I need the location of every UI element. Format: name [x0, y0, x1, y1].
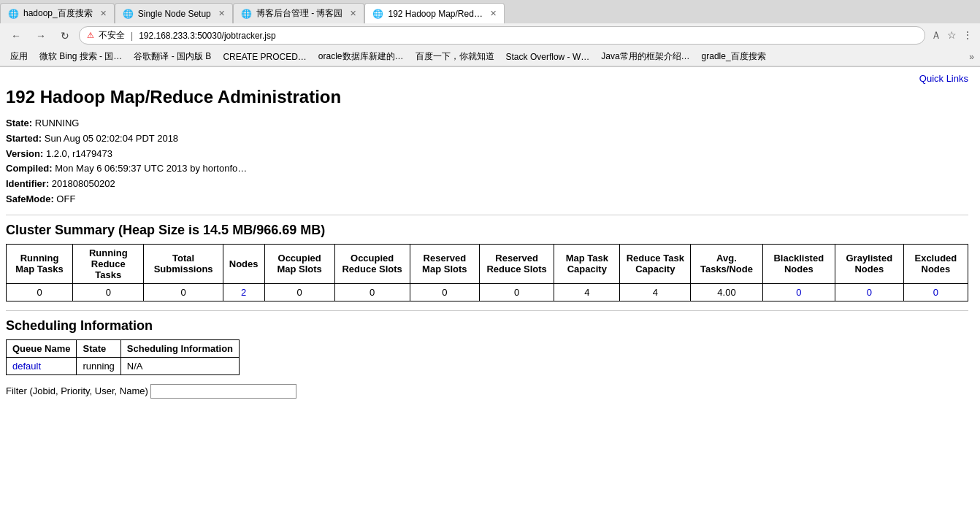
val-reserved-map-slots: 0	[410, 283, 480, 301]
tab-close[interactable]: ✕	[490, 9, 497, 18]
col-graylisted-nodes: Graylisted Nodes	[835, 244, 903, 283]
val-occupied-reduce-slots: 0	[334, 283, 410, 301]
tab-single-node[interactable]: 🌐 Single Node Setup ✕	[115, 3, 233, 23]
filter-section: Filter (Jobid, Priority, User, Name)	[6, 384, 968, 399]
val-map-task-capacity: 4	[554, 283, 620, 301]
safemode-value: OFF	[56, 193, 75, 204]
tab-hadoop[interactable]: 🌐 hadoop_百度搜索 ✕	[0, 3, 115, 23]
excluded-link[interactable]: 0	[933, 287, 938, 298]
reload-button[interactable]: ↻	[55, 28, 74, 44]
tab-label: 博客后台管理 - 博客园	[256, 7, 343, 20]
tab-label: hadoop_百度搜索	[23, 7, 93, 20]
tab-favicon: 🌐	[372, 9, 383, 19]
cluster-summary-table: Running Map Tasks Running Reduce Tasks T…	[6, 244, 968, 301]
started-row: Started: Sun Aug 05 02:02:04 PDT 2018	[6, 131, 968, 147]
bookmark-create-proc[interactable]: CREATE PROCED…	[218, 50, 310, 64]
nodes-link[interactable]: 2	[241, 287, 246, 298]
tab-favicon: 🌐	[123, 9, 134, 19]
state-row: State: RUNNING	[6, 116, 968, 131]
separator: |	[131, 31, 133, 41]
bookmark-baidu[interactable]: 百度一下，你就知道	[411, 49, 499, 64]
safemode-row: SafeMode: OFF	[6, 192, 968, 207]
url-text: 192.168.233.3:50030/jobtracker.jsp	[139, 31, 917, 41]
bookmark-gradle[interactable]: gradle_百度搜索	[697, 49, 770, 64]
version-label: Version:	[6, 148, 43, 159]
bookmark-bing[interactable]: 微软 Bing 搜索 - 国…	[35, 49, 126, 64]
bookmark-google-translate[interactable]: 谷歌翻译 - 国内版 B	[129, 49, 215, 64]
security-icon: ⚠	[87, 31, 94, 40]
menu-icon[interactable]: ⋮	[961, 28, 974, 44]
started-value: Sun Aug 05 02:02:04 PDT 2018	[45, 133, 178, 144]
browser-chrome: 🌐 hadoop_百度搜索 ✕ 🌐 Single Node Setup ✕ 🌐 …	[0, 0, 980, 67]
val-running-reduce-tasks: 0	[73, 283, 144, 301]
compiled-value: Mon May 6 06:59:37 UTC 2013 by hortonfo…	[55, 163, 247, 174]
back-button[interactable]: ←	[6, 28, 26, 44]
identifier-row: Identifier: 201808050202	[6, 177, 968, 192]
col-reserved-reduce-slots: Reserved Reduce Slots	[480, 244, 554, 283]
started-label: Started:	[6, 133, 42, 144]
val-running-map-tasks: 0	[7, 283, 73, 301]
bookmark-label: 应用	[10, 50, 28, 63]
col-running-reduce-tasks: Running Reduce Tasks	[73, 244, 144, 283]
state-label: State:	[6, 118, 32, 128]
sched-col-state: State	[77, 339, 120, 357]
filter-label: Filter (Jobid, Priority, User, Name)	[6, 385, 148, 396]
bookmark-label: Java常用的框架介绍…	[601, 50, 689, 63]
version-row: Version: 1.2.0, r1479473	[6, 147, 968, 162]
scheduling-table: Queue Name State Scheduling Information …	[6, 339, 240, 375]
bookmark-label: CREATE PROCED…	[223, 52, 306, 62]
col-total-submissions: Total Submissions	[144, 244, 223, 283]
sched-header-row: Queue Name State Scheduling Information	[7, 339, 240, 357]
page-content: Quick Links 192 Hadoop Map/Reduce Admini…	[0, 67, 980, 410]
val-avg-tasks-node: 4.00	[691, 283, 763, 301]
col-nodes: Nodes	[223, 244, 264, 283]
more-bookmarks-icon[interactable]: »	[969, 52, 974, 62]
quick-links[interactable]: Quick Links	[6, 73, 968, 84]
bookmark-label: oracle数据库新建的…	[318, 50, 404, 63]
sched-col-queue-name: Queue Name	[7, 339, 77, 357]
col-occupied-map-slots: Occupied Map Slots	[264, 244, 334, 283]
val-reserved-reduce-slots: 0	[480, 283, 554, 301]
protocol-label: 不安全	[99, 29, 125, 42]
safemode-label: SafeMode:	[6, 193, 54, 204]
bookmark-label: 谷歌翻译 - 国内版 B	[134, 50, 211, 63]
col-avg-tasks-node: Avg. Tasks/Node	[691, 244, 763, 283]
val-total-submissions: 0	[144, 283, 223, 301]
graylisted-link[interactable]: 0	[867, 287, 872, 298]
bookmark-oracle[interactable]: oracle数据库新建的…	[314, 49, 408, 64]
state-value: RUNNING	[35, 118, 80, 128]
col-excluded-nodes: Excluded Nodes	[903, 244, 968, 283]
queue-state-cell: running	[77, 357, 120, 374]
info-section: State: RUNNING Started: Sun Aug 05 02:02…	[6, 116, 968, 207]
tab-close[interactable]: ✕	[218, 9, 225, 18]
sched-col-info: Scheduling Information	[120, 339, 239, 357]
divider-2	[6, 310, 968, 311]
bookmark-label: 微软 Bing 搜索 - 国…	[39, 50, 122, 63]
toolbar-icons: Ａ ☆ ⋮	[930, 28, 974, 44]
tab-hadoop-admin[interactable]: 🌐 192 Hadoop Map/Red… ✕	[364, 3, 504, 23]
bookmark-apps[interactable]: 应用	[6, 49, 32, 64]
divider-1	[6, 215, 968, 215]
version-value: 1.2.0, r1479473	[46, 148, 112, 159]
col-reserved-map-slots: Reserved Map Slots	[410, 244, 480, 283]
bookmark-java-frameworks[interactable]: Java常用的框架介绍…	[597, 49, 694, 64]
default-queue-link[interactable]: default	[12, 361, 41, 372]
blacklisted-link[interactable]: 0	[796, 287, 801, 298]
val-graylisted-nodes: 0	[835, 283, 903, 301]
tab-favicon: 🌐	[8, 9, 19, 19]
bookmark-stackoverflow[interactable]: Stack Overflow - W…	[502, 50, 594, 64]
translate-icon[interactable]: Ａ	[930, 28, 943, 44]
identifier-value: 201808050202	[52, 178, 115, 189]
tab-close[interactable]: ✕	[100, 9, 107, 18]
bookmarks-bar: 应用 微软 Bing 搜索 - 国… 谷歌翻译 - 国内版 B CREATE P…	[0, 47, 980, 66]
compiled-row: Compiled: Mon May 6 06:59:37 UTC 2013 by…	[6, 161, 968, 177]
val-reduce-task-capacity: 4	[620, 283, 691, 301]
forward-button[interactable]: →	[31, 28, 51, 44]
bookmark-icon[interactable]: ☆	[946, 28, 958, 44]
tab-blog[interactable]: 🌐 博客后台管理 - 博客园 ✕	[233, 3, 365, 23]
filter-input[interactable]	[150, 384, 296, 399]
address-bar[interactable]: ⚠ 不安全 | 192.168.233.3:50030/jobtracker.j…	[79, 26, 925, 45]
queue-name-cell: default	[7, 357, 77, 374]
tab-close[interactable]: ✕	[350, 9, 356, 18]
tab-label: 192 Hadoop Map/Red…	[388, 9, 482, 19]
